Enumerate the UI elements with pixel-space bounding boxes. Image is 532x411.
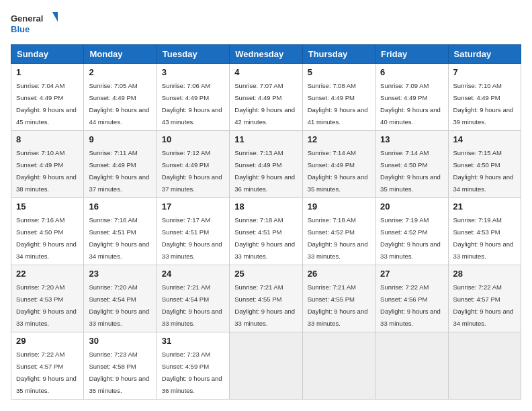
day-info: Sunrise: 7:09 AMSunset: 4:49 PMDaylight:… [380,82,441,126]
calendar-cell: 13 Sunrise: 7:14 AMSunset: 4:50 PMDaylig… [375,131,448,198]
day-info: Sunrise: 7:16 AMSunset: 4:51 PMDaylight:… [89,216,149,260]
day-number: 4 [234,67,297,77]
day-number: 17 [162,201,224,212]
day-info: Sunrise: 7:13 AMSunset: 4:49 PMDaylight:… [234,149,295,193]
calendar-cell: 20 Sunrise: 7:19 AMSunset: 4:52 PMDaylig… [375,198,448,265]
day-info: Sunrise: 7:17 AMSunset: 4:51 PMDaylight:… [162,216,222,260]
calendar-week-2: 8 Sunrise: 7:10 AMSunset: 4:49 PMDayligh… [11,131,521,198]
day-info: Sunrise: 7:21 AMSunset: 4:55 PMDaylight:… [308,283,368,327]
calendar-week-1: 1 Sunrise: 7:04 AMSunset: 4:49 PMDayligh… [11,64,521,131]
calendar-cell: 8 Sunrise: 7:10 AMSunset: 4:49 PMDayligh… [11,131,84,198]
day-info: Sunrise: 7:22 AMSunset: 4:57 PMDaylight:… [16,351,77,394]
calendar-week-5: 29 Sunrise: 7:22 AMSunset: 4:57 PMDaylig… [11,332,521,400]
calendar-table: SundayMondayTuesdayWednesdayThursdayFrid… [11,44,521,400]
day-number: 8 [16,134,79,144]
day-info: Sunrise: 7:21 AMSunset: 4:54 PMDaylight:… [162,283,222,327]
day-number: 25 [234,269,297,279]
day-number: 13 [380,134,443,144]
day-number: 14 [453,134,516,144]
column-header-saturday: Saturday [448,45,521,64]
calendar-cell [375,332,448,400]
logo: General Blue [11,11,58,36]
calendar-cell [230,332,302,400]
column-header-monday: Monday [84,45,157,64]
header: General Blue [11,11,521,36]
calendar-cell: 2 Sunrise: 7:05 AMSunset: 4:49 PMDayligh… [84,64,157,131]
day-info: Sunrise: 7:18 AMSunset: 4:52 PMDaylight:… [308,216,368,260]
calendar-cell: 10 Sunrise: 7:12 AMSunset: 4:49 PMDaylig… [157,131,229,198]
calendar-week-4: 22 Sunrise: 7:20 AMSunset: 4:53 PMDaylig… [11,265,521,332]
calendar-cell: 15 Sunrise: 7:16 AMSunset: 4:50 PMDaylig… [11,198,84,265]
day-number: 19 [308,201,370,212]
day-info: Sunrise: 7:14 AMSunset: 4:50 PMDaylight:… [380,149,441,193]
day-info: Sunrise: 7:19 AMSunset: 4:53 PMDaylight:… [453,216,514,260]
calendar-cell: 25 Sunrise: 7:21 AMSunset: 4:55 PMDaylig… [230,265,302,332]
day-number: 7 [453,67,516,77]
day-info: Sunrise: 7:19 AMSunset: 4:52 PMDaylight:… [380,216,441,260]
day-info: Sunrise: 7:08 AMSunset: 4:49 PMDaylight:… [308,82,368,126]
calendar-cell: 5 Sunrise: 7:08 AMSunset: 4:49 PMDayligh… [302,64,375,131]
day-number: 29 [16,336,79,346]
day-info: Sunrise: 7:21 AMSunset: 4:55 PMDaylight:… [234,283,295,327]
calendar-cell: 17 Sunrise: 7:17 AMSunset: 4:51 PMDaylig… [157,198,229,265]
svg-marker-2 [52,12,58,24]
day-number: 18 [234,201,297,212]
day-info: Sunrise: 7:10 AMSunset: 4:49 PMDaylight:… [453,82,514,126]
column-header-friday: Friday [375,45,448,64]
calendar-cell: 24 Sunrise: 7:21 AMSunset: 4:54 PMDaylig… [157,265,229,332]
svg-text:General: General [11,13,43,24]
calendar-cell: 16 Sunrise: 7:16 AMSunset: 4:51 PMDaylig… [84,198,157,265]
calendar-cell: 30 Sunrise: 7:23 AMSunset: 4:58 PMDaylig… [84,332,157,400]
day-number: 15 [16,201,79,212]
calendar-cell: 9 Sunrise: 7:11 AMSunset: 4:49 PMDayligh… [84,131,157,198]
day-info: Sunrise: 7:23 AMSunset: 4:58 PMDaylight:… [89,351,149,394]
calendar-cell: 7 Sunrise: 7:10 AMSunset: 4:49 PMDayligh… [448,64,521,131]
calendar-header-row: SundayMondayTuesdayWednesdayThursdayFrid… [11,45,521,64]
day-number: 21 [453,201,516,212]
column-header-wednesday: Wednesday [230,45,302,64]
day-info: Sunrise: 7:10 AMSunset: 4:49 PMDaylight:… [16,149,77,193]
logo-svg: General Blue [11,11,58,36]
day-number: 5 [308,67,370,77]
day-info: Sunrise: 7:23 AMSunset: 4:59 PMDaylight:… [162,351,222,394]
day-info: Sunrise: 7:20 AMSunset: 4:53 PMDaylight:… [16,283,77,327]
day-info: Sunrise: 7:15 AMSunset: 4:50 PMDaylight:… [453,149,514,193]
day-number: 24 [162,269,224,279]
svg-text:Blue: Blue [11,24,30,34]
day-number: 23 [89,269,151,279]
day-number: 11 [234,134,297,144]
day-number: 12 [308,134,370,144]
calendar-week-3: 15 Sunrise: 7:16 AMSunset: 4:50 PMDaylig… [11,198,521,265]
day-number: 20 [380,201,443,212]
day-info: Sunrise: 7:18 AMSunset: 4:51 PMDaylight:… [234,216,295,260]
calendar-cell: 28 Sunrise: 7:22 AMSunset: 4:57 PMDaylig… [448,265,521,332]
calendar-cell: 31 Sunrise: 7:23 AMSunset: 4:59 PMDaylig… [157,332,229,400]
day-info: Sunrise: 7:14 AMSunset: 4:49 PMDaylight:… [308,149,368,193]
calendar-cell: 14 Sunrise: 7:15 AMSunset: 4:50 PMDaylig… [448,131,521,198]
calendar-cell: 3 Sunrise: 7:06 AMSunset: 4:49 PMDayligh… [157,64,229,131]
calendar-cell: 6 Sunrise: 7:09 AMSunset: 4:49 PMDayligh… [375,64,448,131]
day-number: 9 [89,134,151,144]
day-number: 3 [162,67,224,77]
calendar-cell: 23 Sunrise: 7:20 AMSunset: 4:54 PMDaylig… [84,265,157,332]
calendar-cell [302,332,375,400]
calendar-cell: 27 Sunrise: 7:22 AMSunset: 4:56 PMDaylig… [375,265,448,332]
day-info: Sunrise: 7:22 AMSunset: 4:56 PMDaylight:… [380,283,441,327]
day-info: Sunrise: 7:16 AMSunset: 4:50 PMDaylight:… [16,216,77,260]
day-number: 28 [453,269,516,279]
day-number: 10 [162,134,224,144]
day-number: 31 [162,336,224,346]
calendar-cell: 21 Sunrise: 7:19 AMSunset: 4:53 PMDaylig… [448,198,521,265]
column-header-sunday: Sunday [11,45,84,64]
calendar-cell: 1 Sunrise: 7:04 AMSunset: 4:49 PMDayligh… [11,64,84,131]
day-number: 6 [380,67,443,77]
calendar-cell: 18 Sunrise: 7:18 AMSunset: 4:51 PMDaylig… [230,198,302,265]
day-info: Sunrise: 7:22 AMSunset: 4:57 PMDaylight:… [453,283,514,327]
day-number: 22 [16,269,79,279]
day-info: Sunrise: 7:04 AMSunset: 4:49 PMDaylight:… [16,82,77,126]
day-number: 27 [380,269,443,279]
calendar-cell: 29 Sunrise: 7:22 AMSunset: 4:57 PMDaylig… [11,332,84,400]
day-number: 1 [16,67,79,77]
calendar-cell: 22 Sunrise: 7:20 AMSunset: 4:53 PMDaylig… [11,265,84,332]
day-info: Sunrise: 7:20 AMSunset: 4:54 PMDaylight:… [89,283,149,327]
